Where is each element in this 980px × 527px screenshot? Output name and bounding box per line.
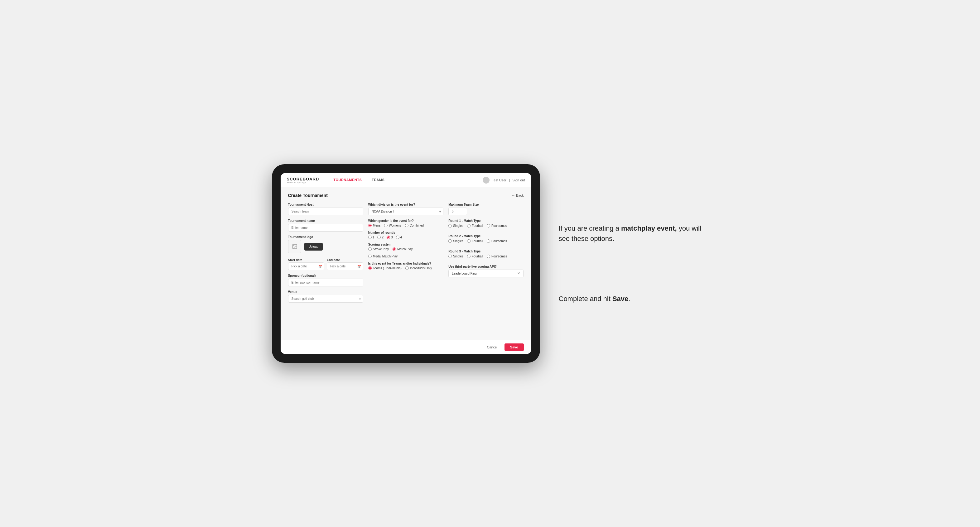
scoring-stroke[interactable]: Stroke Play [368,248,389,251]
round1-fourball[interactable]: Fourball [467,224,483,227]
teams-individuals-label: Is this event for Teams and/or Individua… [368,262,443,265]
scoring-medal[interactable]: Medal Match Play [368,255,398,258]
sign-out-link[interactable]: Sign out [512,178,525,182]
upload-button[interactable]: Upload [304,243,323,251]
scoring-match[interactable]: Match Play [393,248,412,251]
round-3[interactable]: 3 [387,236,393,239]
page-content: Create Tournament ← Back Tournament Host… [281,187,531,340]
round-2[interactable]: 2 [377,236,383,239]
tab-tournaments[interactable]: TOURNAMENTS [328,173,367,187]
round2-label: Round 2 - Match Type [449,234,523,238]
round3-singles[interactable]: Singles [449,255,463,258]
tablet-frame: SCOREBOARD Powered by clipp TOURNAMENTS … [272,164,540,363]
calendar-icon-end: 📅 [357,265,361,268]
nav-bar: SCOREBOARD Powered by clipp TOURNAMENTS … [281,173,531,187]
venue-input[interactable] [288,295,363,303]
annotation-bottom: Complete and hit Save. [559,294,708,304]
division-select-wrapper: NCAA Division I NCAA Division II NCAA Di… [368,208,443,215]
tournament-name-input[interactable] [288,224,363,232]
round-1[interactable]: 1 [368,236,374,239]
tournament-logo-group: Tournament logo Upload [288,235,363,253]
tournament-logo-label: Tournament logo [288,235,363,239]
logo-upload-area: Upload [288,240,363,253]
sponsor-group: Sponsor (optional) [288,274,363,286]
middle-column: Which division is the event for? NCAA Di… [368,203,443,303]
page-header: Create Tournament ← Back [288,193,524,198]
venue-select-wrapper [288,295,363,303]
end-date-wrapper: 📅 [327,262,363,270]
round1-label: Round 1 - Match Type [449,219,523,222]
page-title: Create Tournament [288,193,328,198]
round2-foursomes[interactable]: Foursomes [487,239,507,243]
round3-label: Round 3 - Match Type [449,250,523,253]
annotation-top: If you are creating a matchplay event, y… [559,223,708,244]
venue-group: Venue [288,290,363,303]
gender-womens[interactable]: Womens [384,224,401,227]
calendar-icon: 📅 [318,265,322,268]
division-group: Which division is the event for? NCAA Di… [368,203,443,215]
nav-tabs: TOURNAMENTS TEAMS [328,173,482,187]
left-column: Tournament Host Tournament name Tourname… [288,203,363,303]
tablet-screen: SCOREBOARD Powered by clipp TOURNAMENTS … [281,173,531,354]
scoring-group: Scoring system Stroke Play Match Play [368,243,443,258]
teams-option[interactable]: Teams (+Individuals) [368,267,402,270]
max-team-size-input[interactable] [449,208,467,215]
tournament-host-input[interactable] [288,208,363,215]
api-label: Use third-party live scoring API? [449,265,523,268]
round2-fourball[interactable]: Fourball [467,239,483,243]
api-group: Use third-party live scoring API? Leader… [449,265,523,277]
tournament-name-group: Tournament name [288,219,363,232]
logo-placeholder [288,240,301,253]
teams-radio-group: Teams (+Individuals) Individuals Only [368,267,443,270]
scoring-label: Scoring system [368,243,443,246]
logo-text: SCOREBOARD [287,177,319,181]
gender-combined[interactable]: Combined [405,224,424,227]
user-name: Test User [492,178,506,182]
division-select[interactable]: NCAA Division I NCAA Division II NCAA Di… [368,208,443,215]
save-button[interactable]: Save [504,343,524,351]
tournament-host-label: Tournament Host [288,203,363,206]
round1-foursomes[interactable]: Foursomes [487,224,507,227]
right-column: Maximum Team Size Round 1 - Match Type S… [449,203,523,303]
tournament-name-label: Tournament name [288,219,363,222]
logo-area: SCOREBOARD Powered by clipp [287,177,319,184]
round1-radio-group: Singles Fourball Foursomes [449,224,523,227]
gender-radio-group: Mens Womens Combined [368,224,443,227]
round-4[interactable]: 4 [396,236,402,239]
venue-label: Venue [288,290,363,294]
round2-radio-group: Singles Fourball Foursomes [449,239,523,243]
end-date-label: End date [327,258,340,262]
dates-group: Start date 📅 End date [288,257,363,270]
round3-fourball[interactable]: Fourball [467,255,483,258]
form-footer: Cancel Save [281,340,531,354]
sponsor-label: Sponsor (optional) [288,274,363,277]
image-icon [292,244,298,249]
form-grid: Tournament Host Tournament name Tourname… [288,203,524,303]
rounds-radio-group: 1 2 3 [368,236,443,239]
individuals-option[interactable]: Individuals Only [405,267,432,270]
tab-teams[interactable]: TEAMS [367,173,390,187]
round2-singles[interactable]: Singles [449,239,463,243]
api-tag-remove[interactable]: ✕ [517,271,520,276]
max-team-size-group: Maximum Team Size [449,203,523,215]
back-button[interactable]: ← Back [512,194,524,197]
api-tag-name: Leaderboard King [452,272,477,275]
round3-foursomes[interactable]: Foursomes [487,255,507,258]
sponsor-input[interactable] [288,279,363,286]
round3-match-section: Round 3 - Match Type Singles Fourball [449,250,523,258]
nav-right: Test User | Sign out [483,177,525,184]
teams-individuals-group: Is this event for Teams and/or Individua… [368,262,443,270]
scoring-radio-group: Stroke Play Match Play Medal Match Play [368,248,443,258]
round1-singles[interactable]: Singles [449,224,463,227]
start-date-group: Start date 📅 [288,257,325,270]
gender-mens[interactable]: Mens [368,224,380,227]
start-date-label: Start date [288,258,302,262]
gender-group: Which gender is the event for? Mens Wome… [368,219,443,227]
rounds-label: Number of rounds [368,231,443,234]
cancel-button[interactable]: Cancel [483,343,501,351]
tournament-host-group: Tournament Host [288,203,363,215]
division-label: Which division is the event for? [368,203,443,206]
svg-point-1 [293,245,294,246]
round1-match-section: Round 1 - Match Type Singles Fourball [449,219,523,227]
round2-match-section: Round 2 - Match Type Singles Fourball [449,234,523,243]
